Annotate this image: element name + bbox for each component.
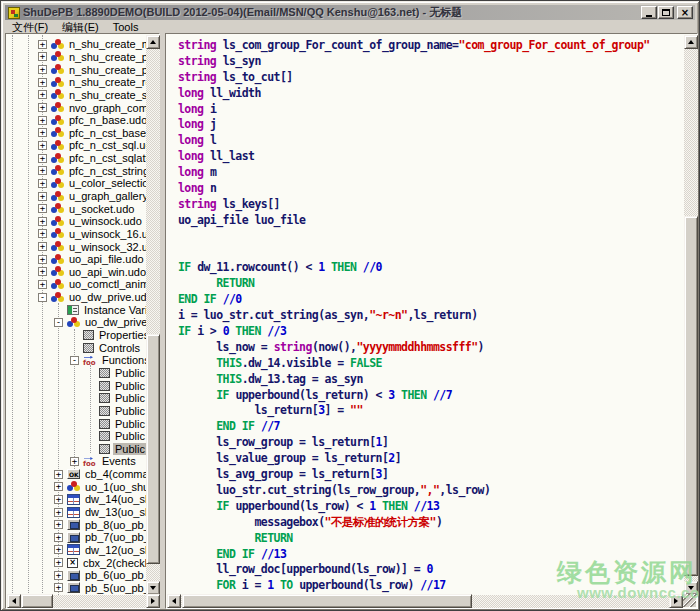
expand-icon[interactable]: + bbox=[38, 154, 47, 163]
tree-item[interactable]: +u_color_selection.udo bbox=[7, 177, 146, 190]
expand-icon[interactable]: + bbox=[54, 520, 63, 529]
expand-icon[interactable]: + bbox=[54, 495, 63, 504]
expand-icon[interactable]: + bbox=[38, 255, 47, 264]
code-hscrollbar-thumb[interactable] bbox=[182, 594, 472, 608]
tree-item[interactable]: -fooFunctions bbox=[7, 354, 146, 367]
tree-item[interactable]: +uo_1(uo_shu_dw_ bbox=[7, 480, 146, 493]
tree-item[interactable]: Properties bbox=[7, 329, 146, 342]
tree-item[interactable]: +pfc_n_cst_sql.udo bbox=[7, 139, 146, 152]
tree-item[interactable]: Public func bbox=[7, 367, 146, 380]
tree-item[interactable]: Public func bbox=[7, 417, 146, 430]
code-scroll-right-button[interactable] bbox=[669, 594, 683, 608]
collapse-icon[interactable]: - bbox=[70, 356, 79, 365]
expand-icon[interactable]: + bbox=[38, 65, 47, 74]
expand-icon[interactable]: + bbox=[38, 192, 47, 201]
expand-icon[interactable]: + bbox=[54, 571, 63, 580]
menu-tools[interactable]: Tools bbox=[106, 20, 146, 34]
expand-icon[interactable]: + bbox=[54, 508, 63, 517]
tree-item[interactable]: +pfc_n_cst_sqlattrib.uc bbox=[7, 152, 146, 165]
tree-item[interactable]: -uo_dw_prive(user bbox=[7, 316, 146, 329]
tree-item[interactable]: +OKcb_4(commandbut bbox=[7, 468, 146, 481]
expand-icon[interactable]: + bbox=[38, 204, 47, 213]
tree-item[interactable]: +dw_12(uo_shu_dw bbox=[7, 544, 146, 557]
tree-scroll-right-button[interactable] bbox=[146, 594, 160, 608]
tree-item[interactable]: +u_winsock.udo bbox=[7, 215, 146, 228]
tree-hscrollbar-thumb[interactable] bbox=[21, 594, 53, 608]
tree-item[interactable]: +n_shu_create_makeca bbox=[7, 38, 146, 51]
expand-icon[interactable]: + bbox=[54, 470, 63, 479]
tree-item[interactable]: +pfc_n_base.udo bbox=[7, 114, 146, 127]
expand-icon[interactable]: + bbox=[38, 280, 47, 289]
expand-icon[interactable]: + bbox=[38, 242, 47, 251]
tree-item[interactable]: +uo_api_win.udo bbox=[7, 266, 146, 279]
tree-item[interactable]: +pb_6(uo_pb_toolti bbox=[7, 569, 146, 582]
expand-icon[interactable]: + bbox=[38, 141, 47, 150]
tree-item[interactable]: +u_winsock_16.udo bbox=[7, 228, 146, 241]
code-scroll-down-button[interactable] bbox=[684, 581, 698, 595]
tree-item[interactable]: +n_shu_create_pbws_c bbox=[7, 51, 146, 64]
code-scroll-left-button[interactable] bbox=[167, 594, 181, 608]
tree-item[interactable]: +pb_7(uo_pb_toolti bbox=[7, 531, 146, 544]
expand-icon[interactable]: + bbox=[38, 52, 47, 61]
maximize-button[interactable] bbox=[658, 6, 674, 19]
expand-icon[interactable]: + bbox=[38, 217, 47, 226]
tree-item[interactable]: +uo_api_file.udo bbox=[7, 253, 146, 266]
expand-icon[interactable]: + bbox=[38, 78, 47, 87]
tree-scroll-up-button[interactable] bbox=[146, 35, 160, 49]
tree-item[interactable]: Public func bbox=[7, 379, 146, 392]
resize-grip[interactable] bbox=[683, 594, 696, 607]
collapse-icon[interactable]: - bbox=[54, 318, 63, 327]
tree-item[interactable]: +pb_5(uo_pb_toolti bbox=[7, 582, 146, 595]
tree-item[interactable]: +uo_comctl_animate.uc bbox=[7, 278, 146, 291]
tree-item[interactable]: Public func bbox=[7, 430, 146, 443]
expand-icon[interactable]: + bbox=[38, 179, 47, 188]
tree-item[interactable]: +n_shu_create_row_ico bbox=[7, 76, 146, 89]
tree-scroll-down-button[interactable] bbox=[146, 581, 160, 595]
expand-icon[interactable]: + bbox=[38, 90, 47, 99]
tree-item[interactable]: +fooEvents bbox=[7, 455, 146, 468]
expand-icon[interactable]: + bbox=[54, 558, 63, 567]
tree-item[interactable]: Controls bbox=[7, 341, 146, 354]
tree-item[interactable]: Instance Variables bbox=[7, 303, 146, 316]
tree-item[interactable]: +nvo_graph_commdlg.u bbox=[7, 101, 146, 114]
tree-item[interactable]: Public func bbox=[7, 443, 146, 456]
tree-item[interactable]: +pfc_n_cst_baseattrib. bbox=[7, 126, 146, 139]
tree-scroll-left-button[interactable] bbox=[7, 594, 21, 608]
expand-icon[interactable]: + bbox=[54, 533, 63, 542]
expand-icon[interactable]: + bbox=[38, 40, 47, 49]
minimize-button[interactable] bbox=[641, 6, 657, 19]
tree-item[interactable]: +n_shu_create_pbws32 bbox=[7, 63, 146, 76]
expand-icon[interactable]: + bbox=[54, 583, 63, 592]
expand-icon[interactable]: + bbox=[70, 457, 79, 466]
arrow-down-icon bbox=[688, 586, 694, 590]
tree-item[interactable]: Public func bbox=[7, 392, 146, 405]
expand-icon[interactable]: + bbox=[38, 116, 47, 125]
tree-item[interactable]: +u_graph_gallery.udo bbox=[7, 190, 146, 203]
expand-icon[interactable]: + bbox=[38, 166, 47, 175]
tree-item[interactable]: +×cbx_2(checkbox) bbox=[7, 556, 146, 569]
expand-icon[interactable]: + bbox=[38, 128, 47, 137]
menu-edit[interactable]: 编辑(E) bbox=[55, 20, 106, 34]
tree-item[interactable]: -uo_dw_prive.udo bbox=[7, 291, 146, 304]
expand-icon[interactable]: + bbox=[38, 267, 47, 276]
code-scroll-up-button[interactable] bbox=[684, 35, 698, 49]
code-editor[interactable]: string ls_com_group_For_count_of_group_n… bbox=[167, 35, 684, 595]
menu-file[interactable]: 文件(F) bbox=[5, 20, 55, 34]
expand-icon[interactable]: + bbox=[54, 545, 63, 554]
tree-item[interactable]: +pfc_n_cst_string.udo bbox=[7, 164, 146, 177]
tree-item[interactable]: +dw_13(uo_shu_dw bbox=[7, 506, 146, 519]
tree-vscrollbar-thumb[interactable] bbox=[146, 334, 160, 564]
expand-icon[interactable]: + bbox=[38, 229, 47, 238]
expand-icon[interactable]: + bbox=[38, 103, 47, 112]
tree-item[interactable]: +u_socket.udo bbox=[7, 202, 146, 215]
tree-item[interactable]: +n_shu_create_shu_te bbox=[7, 89, 146, 102]
tree-item[interactable]: +pb_8(uo_pb_toolti bbox=[7, 518, 146, 531]
close-button[interactable]: × bbox=[677, 6, 693, 19]
expand-icon[interactable]: + bbox=[54, 482, 63, 491]
class-tree[interactable]: +n_shu_create_makeca+n_shu_create_pbws_c… bbox=[7, 35, 146, 595]
tree-item[interactable]: +dw_14(uo_shu_dw bbox=[7, 493, 146, 506]
tree-item[interactable]: +u_winsock_32.udo bbox=[7, 240, 146, 253]
code-vscrollbar-thumb[interactable] bbox=[684, 216, 698, 576]
collapse-icon[interactable]: - bbox=[38, 293, 47, 302]
tree-item[interactable]: Public func bbox=[7, 405, 146, 418]
